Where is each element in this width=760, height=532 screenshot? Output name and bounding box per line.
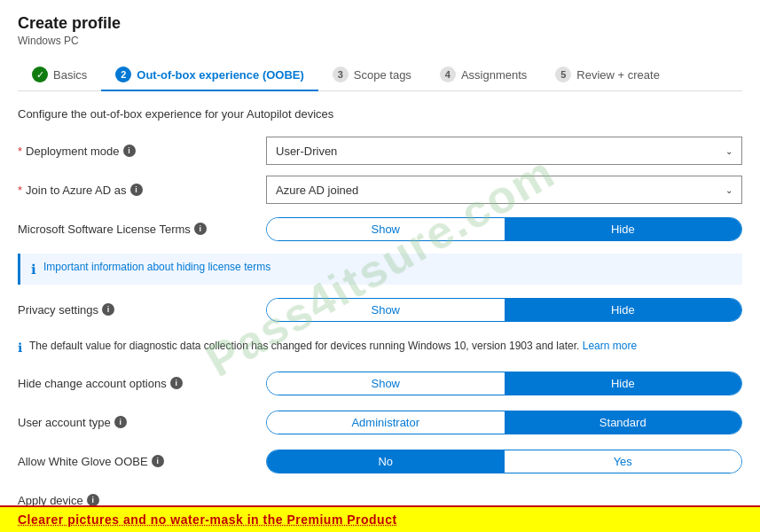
user-account-type-info-icon[interactable]: i [114,416,127,428]
info-banner: ℹ Important information about hiding lic… [18,254,742,285]
tab-review-num: 5 [555,66,571,82]
tab-check-icon: ✓ [32,66,48,82]
promo-banner: Clearer pictures and no water-mask in th… [0,505,760,532]
license-terms-info-icon[interactable]: i [194,223,207,235]
tab-assignments[interactable]: 4 Assignments [426,59,541,91]
tab-basics[interactable]: ✓ Basics [18,59,101,91]
info-banner-text[interactable]: Important information about hiding licen… [43,261,270,273]
privacy-settings-control: Show Hide [266,298,742,322]
tab-basics-label: Basics [53,68,87,82]
privacy-settings-info-icon[interactable]: i [102,303,114,316]
license-terms-label: Microsoft Software License Terms i [18,223,266,236]
info-banner-icon: ℹ [31,262,36,278]
license-terms-control: Show Hide [266,217,742,241]
join-azure-label: * Join to Azure AD as i [18,184,266,197]
diag-info-text: The default value for diagnostic data co… [29,340,637,352]
required-star: * [18,145,22,158]
tab-scope-num: 3 [333,66,349,82]
license-terms-show-btn[interactable]: Show [267,218,505,240]
tab-oobe[interactable]: 2 Out-of-box experience (OOBE) [101,59,318,91]
hide-change-account-info-icon[interactable]: i [170,377,183,389]
tab-review[interactable]: 5 Review + create [541,59,674,91]
dropdown-arrow-icon: ⌄ [725,146,733,156]
tab-review-label: Review + create [576,68,660,82]
join-azure-dropdown[interactable]: Azure AD joined ⌄ [266,176,742,204]
user-account-type-toggle: Administrator Standard [266,411,742,434]
allow-white-glove-toggle: No Yes [266,450,742,473]
privacy-settings-toggle: Show Hide [266,298,742,322]
hide-change-account-row: Hide change account options i Show Hide [18,369,742,397]
deployment-mode-label: * Deployment mode i [18,145,266,158]
privacy-settings-label: Privacy settings i [18,303,266,317]
diag-learn-more-link[interactable]: Learn more [583,340,637,352]
deployment-mode-dropdown[interactable]: User-Driven ⌄ [266,137,742,165]
join-azure-arrow-icon: ⌄ [725,185,733,195]
hide-change-show-btn[interactable]: Show [267,372,505,395]
required-star-azure: * [18,184,22,197]
allow-white-glove-info-icon[interactable]: i [152,455,164,467]
join-azure-info-icon[interactable]: i [130,184,143,196]
tab-oobe-label: Out-of-box experience (OOBE) [137,68,304,82]
hide-change-account-control: Show Hide [266,372,742,395]
tab-scope[interactable]: 3 Scope tags [318,59,426,91]
join-azure-row: * Join to Azure AD as i Azure AD joined … [18,176,742,204]
section-description: Configure the out-of-box experience for … [18,107,742,121]
license-terms-toggle: Show Hide [266,217,742,241]
user-account-type-control: Administrator Standard [266,411,742,434]
page-title: Create profile [18,14,742,33]
license-terms-row: Microsoft Software License Terms i Show … [18,215,742,243]
diagnostic-notice: ℹ The default value for diagnostic data … [18,334,742,360]
tab-assignments-label: Assignments [461,68,527,82]
deployment-mode-info-icon[interactable]: i [123,145,136,157]
user-account-admin-btn[interactable]: Administrator [267,411,505,434]
user-account-type-label: User account type i [18,416,266,429]
user-account-type-row: User account type i Administrator Standa… [18,408,742,436]
tab-assignments-num: 4 [440,66,456,82]
join-azure-control: Azure AD joined ⌄ [266,176,742,204]
allow-white-glove-label: Allow White Glove OOBE i [18,455,266,468]
allow-white-glove-control: No Yes [266,450,742,473]
tab-oobe-num: 2 [115,66,131,82]
allow-white-glove-no-btn[interactable]: No [267,450,505,473]
user-account-standard-btn[interactable]: Standard [505,411,742,434]
join-azure-value: Azure AD joined [276,184,358,197]
license-terms-hide-btn[interactable]: Hide [505,218,742,240]
allow-white-glove-yes-btn[interactable]: Yes [505,450,742,473]
hide-change-account-label: Hide change account options i [18,377,266,390]
privacy-settings-row: Privacy settings i Show Hide [18,295,742,324]
deployment-mode-value: User-Driven [276,145,337,158]
tab-scope-label: Scope tags [354,68,411,82]
privacy-hide-btn[interactable]: Hide [505,299,742,321]
hide-change-account-toggle: Show Hide [266,372,742,395]
deployment-mode-row: * Deployment mode i User-Driven ⌄ [18,137,742,165]
apply-device-info-icon[interactable]: i [87,494,99,506]
allow-white-glove-row: Allow White Glove OOBE i No Yes [18,447,742,475]
privacy-show-btn[interactable]: Show [267,299,505,321]
hide-change-hide-btn[interactable]: Hide [505,372,742,395]
tabs-bar: ✓ Basics 2 Out-of-box experience (OOBE) … [18,59,742,91]
deployment-mode-control: User-Driven ⌄ [266,137,742,165]
page-subtitle: Windows PC [18,35,742,47]
diag-info-icon: ℹ [18,340,22,355]
